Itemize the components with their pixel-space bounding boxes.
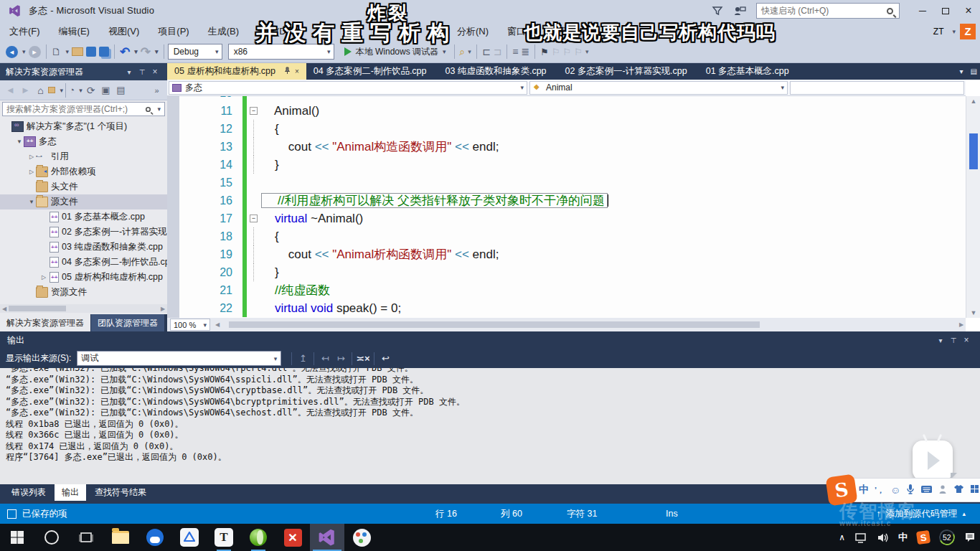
navigate-back-icon[interactable]: ◂ <box>6 46 18 58</box>
expander-icon[interactable]: ▷ <box>27 169 36 175</box>
quick-launch-input[interactable]: 快速启动 (Ctrl+Q) <box>756 3 900 19</box>
tree-item[interactable]: 03 纯虚函数和抽象类.cpp <box>0 240 167 255</box>
sogou-tray-icon[interactable]: S <box>917 531 930 544</box>
panel-tab-inactive[interactable]: 查找符号结果 <box>88 484 154 501</box>
editor-vscrollbar[interactable]: ▲ ▼ <box>966 96 980 318</box>
sogou-logo-icon[interactable]: S <box>825 474 857 506</box>
navigate-backward-doc-icon[interactable]: ⊏ <box>482 44 491 60</box>
se-overflow-icon[interactable]: » <box>149 83 164 98</box>
scroll-down-icon[interactable]: ▼ <box>966 309 980 316</box>
restore-button[interactable] <box>934 1 957 20</box>
expander-icon[interactable]: ▷ <box>27 154 36 160</box>
code-line[interactable]: 12 { <box>179 120 966 138</box>
find-message-icon[interactable]: ↥ <box>295 351 311 366</box>
z-extension-badge[interactable]: Z <box>960 24 976 39</box>
code-line[interactable]: 18 { <box>179 227 966 245</box>
next-bookmark-icon[interactable]: ⚐ <box>563 44 572 60</box>
se-pending-changes-icon[interactable]: ◔▾ <box>68 83 83 98</box>
file-explorer-button[interactable] <box>103 524 138 551</box>
network-icon[interactable] <box>854 532 867 543</box>
send-feedback-icon[interactable] <box>733 5 746 17</box>
output-pin-icon[interactable]: ⊤ <box>947 336 960 344</box>
tree-item[interactable]: ▷引用 <box>0 149 167 164</box>
prev-bookmark-icon[interactable]: ⚐ <box>552 44 560 60</box>
navigate-forward-icon[interactable]: ▸ <box>29 46 41 58</box>
clear-bookmarks-icon[interactable]: ⚐ <box>574 44 583 60</box>
collapse-icon[interactable]: − <box>250 107 258 115</box>
expander-icon[interactable]: ▷ <box>39 274 48 281</box>
se-back-icon[interactable]: ◄ <box>3 83 18 98</box>
volume-icon[interactable] <box>877 532 889 543</box>
save-icon[interactable] <box>86 44 96 60</box>
tree-item[interactable]: 01 多态基本概念.cpp <box>0 209 167 225</box>
scrollbar-thumb[interactable] <box>969 133 978 169</box>
hscroll-left-icon[interactable]: ◀ <box>213 321 222 328</box>
cortana-button[interactable] <box>34 524 69 551</box>
menu-item[interactable]: 生成(B) <box>199 22 248 41</box>
menu-item[interactable]: 文件(F) <box>0 22 50 41</box>
tool-window-tab[interactable]: 解决方案资源管理器 <box>0 314 90 331</box>
account-button[interactable]: ZT <box>933 27 944 37</box>
document-tab[interactable]: 04 多态案例二-制作饮品.cpp <box>306 63 438 80</box>
expander-icon[interactable]: ▼ <box>15 138 24 145</box>
performance-meter[interactable]: 52 <box>937 527 957 547</box>
green-ball-app-button[interactable] <box>241 524 275 551</box>
tree-item[interactable]: 02 多态案例一-计算器实现.cpp <box>0 225 167 240</box>
new-file-icon[interactable]: 🗋▾ <box>52 44 70 60</box>
sogou-emoji-icon[interactable]: ☺ <box>890 484 900 496</box>
qq-browser-button[interactable] <box>138 524 172 551</box>
se-home-icon[interactable]: ⌂ <box>33 83 48 98</box>
pin-tab-icon[interactable] <box>284 67 291 76</box>
se-show-all-files-icon[interactable]: ▤ <box>113 83 128 98</box>
tab-list-chevron-icon[interactable]: ▾ <box>960 67 963 75</box>
visual-studio-taskbar-button[interactable] <box>310 524 344 551</box>
se-collapse-all-icon[interactable]: ▣ <box>98 83 113 98</box>
tree-item[interactable]: ▼源文件 <box>0 194 167 209</box>
prev-message-icon[interactable]: ↤ <box>317 351 333 366</box>
tree-item[interactable]: 头文件 <box>0 179 167 194</box>
menu-item[interactable]: 视图(V) <box>99 22 149 41</box>
menu-item[interactable]: 项目(P) <box>149 22 198 41</box>
output-window-position-icon[interactable]: ▾ <box>934 336 947 344</box>
output-text[interactable]: “多态.exe”(Win32): 已加载“C:\Windows\SysWOW64… <box>0 368 980 484</box>
tab-options-icon[interactable]: ▤ <box>971 67 977 75</box>
se-sync-icon[interactable]: ⟳ <box>83 83 98 98</box>
close-tab-icon[interactable]: × <box>295 67 299 75</box>
notifications-icon[interactable] <box>964 532 976 543</box>
sogou-punctuation-icon[interactable]: ’， <box>875 485 885 496</box>
open-file-icon[interactable] <box>72 44 83 60</box>
document-tab[interactable]: 02 多态案例一-计算器实现.cpp <box>558 63 699 80</box>
sogou-ime-mode[interactable]: 中 <box>859 484 869 496</box>
code-line[interactable]: 14 } <box>179 156 966 174</box>
close-panel-icon[interactable]: × <box>149 67 161 77</box>
tree-item[interactable]: 解决方案"多态"(1 个项目) <box>0 119 167 134</box>
minimize-button[interactable]: ─ <box>911 1 934 20</box>
code-line[interactable]: 19 cout << "Animal析构函数调用" << endl; <box>179 245 966 263</box>
bookmark-icon[interactable]: ⚑ <box>540 44 549 60</box>
sogou-toolbox-icon[interactable] <box>970 484 979 496</box>
menu-item[interactable]: 编辑(E) <box>50 22 99 41</box>
code-line[interactable]: 21 //纯虚函数 <box>179 281 966 299</box>
tree-item[interactable]: ▼多态 <box>0 134 167 149</box>
undo-icon[interactable]: ↶▾ <box>120 44 138 60</box>
decrease-indent-icon[interactable]: ≡ <box>512 44 518 60</box>
expander-icon[interactable]: ▼ <box>27 199 36 205</box>
code-line[interactable]: 20 } <box>179 263 966 281</box>
nav-type-dropdown[interactable]: Animal▾ <box>529 81 788 95</box>
code-editor[interactable]: 1011− Animal()12 {13 cout << "Animal构造函数… <box>167 96 966 318</box>
add-to-source-control-button[interactable]: ↑ 添加到源代码管理 ▴ <box>876 504 966 524</box>
hscroll-right-icon[interactable]: ▶ <box>957 321 966 328</box>
code-line[interactable]: 11− Animal() <box>179 102 966 120</box>
next-message-icon[interactable]: ↦ <box>333 351 349 366</box>
output-close-icon[interactable]: × <box>960 335 973 345</box>
panel-tab-inactive[interactable]: 错误列表 <box>4 484 53 501</box>
save-all-icon[interactable] <box>99 44 109 60</box>
solution-config-dropdown[interactable]: Debug▾ <box>168 44 222 60</box>
sogou-keyboard-icon[interactable] <box>920 484 933 496</box>
document-tab[interactable]: 01 多态基本概念.cpp <box>699 63 801 80</box>
red-x-app-button[interactable]: ✕ <box>275 524 310 551</box>
tool-window-tab[interactable]: 团队资源管理器 <box>91 314 164 331</box>
sogou-person-icon[interactable] <box>938 484 948 496</box>
find-in-files-icon[interactable]: ⌕ <box>460 44 466 60</box>
increase-indent-icon[interactable]: ≣ <box>522 44 530 60</box>
